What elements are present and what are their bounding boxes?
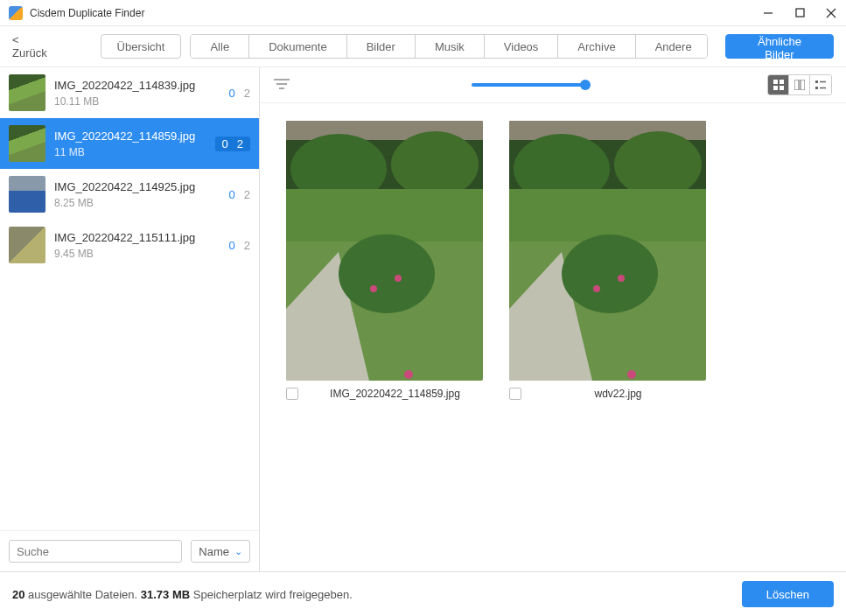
svg-point-29: [395, 275, 402, 282]
svg-point-28: [370, 285, 377, 292]
tab-music[interactable]: Musik: [416, 35, 485, 58]
category-tabs: Alle Dokumente Bilder Musik Videos Archi…: [190, 34, 708, 59]
svg-rect-13: [815, 80, 818, 83]
window-controls: [762, 7, 837, 19]
sort-label: Name: [199, 545, 229, 558]
preview-label: IMG_20220422_114859.jpg: [307, 388, 483, 400]
duplicate-counts: 0 2: [229, 239, 250, 252]
select-checkbox[interactable]: [509, 388, 521, 400]
svg-point-27: [339, 234, 435, 313]
maximize-icon[interactable]: [794, 7, 806, 19]
file-size: 8.25 MB: [54, 197, 220, 209]
title-bar: Cisdem Duplicate Finder: [0, 0, 846, 26]
slider-handle[interactable]: [580, 80, 591, 90]
sidebar: IMG_20220422_114839.jpg 10.11 MB 0 2 IMG…: [0, 67, 260, 571]
svg-rect-7: [773, 80, 778, 84]
preview-toolbar: [260, 67, 846, 103]
preview-image[interactable]: [286, 121, 483, 381]
file-size: 11 MB: [54, 146, 206, 158]
svg-rect-10: [780, 86, 784, 90]
tab-archive[interactable]: Archive: [558, 35, 635, 58]
freed-size: 31.73 MB: [141, 588, 190, 601]
view-split-button[interactable]: [789, 75, 810, 94]
file-name: IMG_20220422_114839.jpg: [54, 79, 220, 92]
overview-button[interactable]: Übersicht: [101, 34, 182, 59]
count-active: 0: [229, 188, 235, 201]
close-icon[interactable]: [825, 7, 837, 19]
thumbnail: [9, 125, 45, 162]
tab-all[interactable]: Alle: [191, 35, 249, 58]
svg-point-38: [562, 234, 658, 313]
duplicate-counts: 0 2: [229, 87, 250, 100]
filter-icon[interactable]: [274, 78, 290, 93]
status-text: 20 ausgewählte Dateien. 31.73 MB Speiche…: [12, 588, 353, 601]
svg-rect-9: [773, 86, 778, 90]
svg-point-34: [614, 131, 702, 198]
tab-images[interactable]: Bilder: [347, 35, 416, 58]
count-total: 2: [244, 239, 250, 252]
tab-videos[interactable]: Videos: [485, 35, 559, 58]
svg-rect-12: [801, 80, 805, 90]
svg-rect-21: [286, 189, 483, 242]
list-item[interactable]: IMG_20220422_115111.jpg 9.45 MB 0 2: [0, 220, 259, 270]
count-active: 0: [222, 137, 228, 150]
duplicate-counts: 0 2: [229, 188, 250, 201]
preview-card: wdv22.jpg: [509, 121, 706, 400]
preview-body: IMG_20220422_114859.jpg: [260, 103, 846, 571]
view-list-button[interactable]: [810, 75, 831, 94]
thumbnail: [9, 74, 45, 111]
duplicate-counts: 0 2: [215, 136, 250, 151]
count-total: 2: [244, 87, 250, 100]
sort-dropdown[interactable]: Name ⌄: [191, 540, 250, 563]
file-name: IMG_20220422_114925.jpg: [54, 180, 220, 193]
preview-card: IMG_20220422_114859.jpg: [286, 121, 483, 400]
list-item[interactable]: IMG_20220422_114859.jpg 11 MB 0 2: [0, 118, 259, 169]
toolbar: < Zurück Übersicht Alle Dokumente Bilder…: [0, 26, 846, 67]
chevron-down-icon: ⌄: [234, 546, 242, 557]
svg-point-40: [618, 275, 625, 282]
select-checkbox[interactable]: [286, 388, 298, 400]
file-list: IMG_20220422_114839.jpg 10.11 MB 0 2 IMG…: [0, 67, 259, 530]
count-total: 2: [237, 137, 243, 150]
view-grid-button[interactable]: [768, 75, 789, 94]
svg-point-30: [404, 370, 413, 379]
view-toggle: [767, 74, 832, 95]
svg-rect-15: [815, 87, 818, 89]
svg-rect-1: [796, 9, 804, 17]
delete-button[interactable]: Löschen: [742, 581, 834, 607]
preview-panel: IMG_20220422_114859.jpg: [260, 67, 846, 571]
svg-rect-8: [780, 80, 784, 84]
status-bar: 20 ausgewählte Dateien. 31.73 MB Speiche…: [0, 571, 846, 616]
tab-other[interactable]: Andere: [636, 35, 708, 58]
zoom-slider[interactable]: [472, 83, 585, 87]
thumbnail: [9, 227, 45, 263]
svg-rect-11: [794, 80, 799, 90]
sidebar-bottom: Name ⌄: [0, 530, 259, 571]
count-active: 0: [229, 87, 235, 100]
count-active: 0: [229, 239, 235, 252]
preview-label: wdv22.jpg: [530, 388, 706, 400]
title-left: Cisdem Duplicate Finder: [9, 6, 144, 20]
list-item[interactable]: IMG_20220422_114839.jpg 10.11 MB 0 2: [0, 67, 259, 118]
search-input[interactable]: [9, 540, 182, 563]
back-button[interactable]: < Zurück: [12, 33, 57, 60]
file-size: 10.11 MB: [54, 95, 220, 108]
svg-point-39: [593, 285, 600, 292]
selected-count: 20: [12, 588, 24, 601]
svg-point-20: [391, 131, 479, 198]
similar-images-button[interactable]: Ähnliche Bilder: [725, 34, 834, 59]
minimize-icon[interactable]: [762, 7, 774, 19]
main: IMG_20220422_114839.jpg 10.11 MB 0 2 IMG…: [0, 67, 846, 571]
file-size: 9.45 MB: [54, 248, 220, 260]
list-item[interactable]: IMG_20220422_114925.jpg 8.25 MB 0 2: [0, 169, 259, 220]
thumbnail: [9, 176, 45, 213]
preview-image[interactable]: [509, 121, 706, 381]
svg-rect-35: [509, 189, 706, 242]
svg-point-41: [627, 370, 636, 379]
app-icon: [9, 6, 23, 20]
app-title: Cisdem Duplicate Finder: [30, 7, 144, 19]
tab-documents[interactable]: Dokumente: [249, 35, 346, 58]
file-name: IMG_20220422_115111.jpg: [54, 231, 220, 244]
count-total: 2: [244, 188, 250, 201]
file-name: IMG_20220422_114859.jpg: [54, 130, 206, 143]
